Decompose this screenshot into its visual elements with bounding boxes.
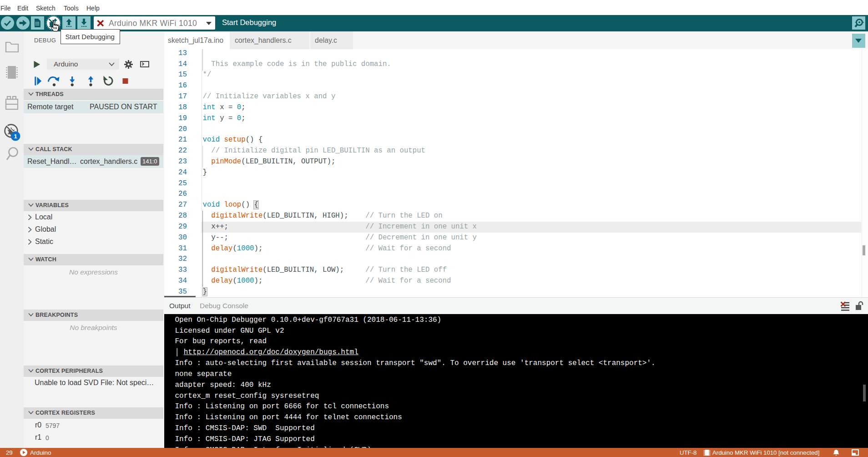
svg-text:1: 1 bbox=[14, 133, 17, 140]
